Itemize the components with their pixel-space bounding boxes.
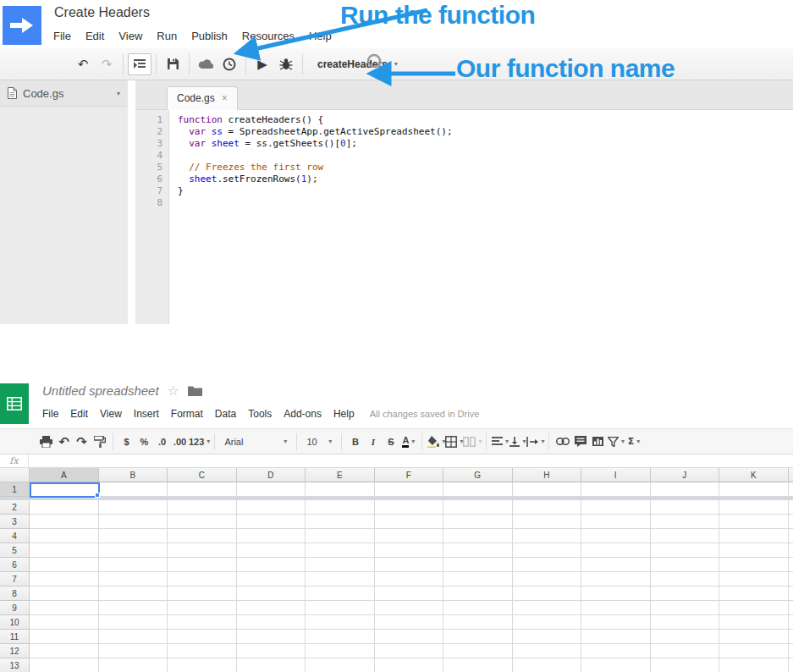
format-currency-button[interactable]: $ — [118, 432, 135, 451]
close-icon[interactable]: × — [222, 92, 228, 104]
more-formats-dropdown[interactable]: 123 ▾ — [189, 432, 210, 451]
increase-decimal-button[interactable]: .00 — [171, 432, 189, 451]
cell-e7[interactable] — [306, 572, 375, 587]
cell-h13[interactable] — [513, 658, 582, 672]
row-header-6[interactable]: 6 — [0, 558, 30, 572]
debug-bug-button[interactable] — [274, 53, 298, 75]
cell-partial[interactable] — [789, 558, 793, 572]
cell-i2[interactable] — [581, 500, 651, 515]
row-header-8[interactable]: 8 — [0, 587, 30, 601]
script-menu-help[interactable]: Help — [309, 30, 332, 42]
cell-j13[interactable] — [651, 658, 720, 672]
cell-a11[interactable] — [30, 630, 99, 644]
cell-a1[interactable] — [30, 482, 99, 497]
cell-h8[interactable] — [513, 587, 582, 601]
cell-g12[interactable] — [443, 644, 513, 658]
undo-button[interactable]: ↶ — [71, 53, 95, 75]
sheets-menu-format[interactable]: Format — [171, 408, 203, 420]
cell-g13[interactable] — [443, 658, 513, 672]
cell-partial[interactable] — [789, 630, 793, 644]
cell-d2[interactable] — [237, 500, 306, 515]
cell-g8[interactable] — [443, 587, 513, 601]
column-header-g[interactable]: G — [443, 468, 513, 482]
font-size-dropdown[interactable]: 10 ▾ — [301, 432, 337, 451]
cell-partial[interactable] — [789, 601, 793, 615]
fill-color-button[interactable]: ▾ — [427, 432, 445, 451]
cell-d1[interactable] — [237, 482, 306, 497]
code-line[interactable]: // Freezes the first row — [178, 162, 453, 174]
decrease-decimal-button[interactable]: .0 — [153, 432, 171, 451]
cell-f13[interactable] — [375, 658, 444, 672]
cell-j2[interactable] — [651, 500, 720, 515]
cell-e5[interactable] — [306, 543, 375, 558]
cell-j1[interactable] — [651, 482, 720, 497]
cell-j3[interactable] — [651, 515, 720, 529]
cell-h10[interactable] — [513, 615, 582, 630]
script-menu-view[interactable]: View — [118, 30, 142, 42]
cell-c2[interactable] — [168, 500, 237, 515]
row-header-13[interactable]: 13 — [0, 658, 30, 672]
script-menu-run[interactable]: Run — [157, 30, 177, 42]
cell-f2[interactable] — [375, 500, 444, 515]
cell-g5[interactable] — [443, 543, 513, 558]
cell-i1[interactable] — [581, 482, 651, 497]
cell-partial[interactable] — [789, 543, 793, 558]
sheets-menu-add-ons[interactable]: Add-ons — [284, 408, 322, 420]
cell-e3[interactable] — [306, 515, 375, 529]
select-all-corner[interactable] — [0, 468, 30, 482]
search-icon[interactable] — [366, 52, 386, 73]
cell-c13[interactable] — [168, 658, 237, 672]
cell-h4[interactable] — [513, 529, 582, 543]
cell-k4[interactable] — [719, 529, 789, 543]
column-header-f[interactable]: F — [375, 468, 444, 482]
cell-partial[interactable] — [789, 572, 793, 587]
cell-b10[interactable] — [99, 615, 168, 630]
horizontal-align-button[interactable]: ▾ — [491, 432, 509, 451]
code-text[interactable]: function createHeaders() { var ss = Spre… — [169, 110, 453, 324]
code-line[interactable]: var sheet = ss.getSheets()[0]; — [178, 138, 453, 150]
cell-g10[interactable] — [443, 615, 513, 630]
sheets-menu-insert[interactable]: Insert — [134, 408, 159, 420]
cell-f1[interactable] — [375, 482, 444, 497]
column-header-i[interactable]: I — [581, 468, 651, 482]
cell-b1[interactable] — [99, 482, 168, 497]
cell-e1[interactable] — [306, 482, 375, 497]
cell-b2[interactable] — [99, 500, 168, 515]
cell-partial[interactable] — [789, 615, 793, 630]
move-to-folder-icon[interactable] — [188, 385, 202, 396]
cell-h1[interactable] — [513, 482, 582, 497]
cell-k8[interactable] — [719, 587, 789, 601]
cell-f4[interactable] — [375, 529, 444, 543]
script-menu-publish[interactable]: Publish — [191, 30, 228, 42]
cell-k1[interactable] — [719, 482, 789, 497]
cell-j4[interactable] — [651, 529, 720, 543]
cell-k6[interactable] — [719, 558, 789, 572]
indent-button[interactable] — [128, 53, 151, 75]
row-header-10[interactable]: 10 — [0, 615, 30, 630]
paint-format-button[interactable] — [91, 432, 108, 451]
cell-c9[interactable] — [168, 601, 237, 615]
cell-d6[interactable] — [237, 558, 306, 572]
cell-i3[interactable] — [581, 515, 651, 529]
italic-button[interactable]: I — [364, 432, 382, 451]
cell-partial[interactable] — [789, 482, 793, 497]
cell-k11[interactable] — [719, 630, 789, 644]
cell-a4[interactable] — [30, 529, 99, 543]
cell-g7[interactable] — [443, 572, 513, 587]
cell-f12[interactable] — [375, 644, 444, 658]
cell-a2[interactable] — [30, 500, 99, 515]
column-header-c[interactable]: C — [168, 468, 237, 482]
cell-g4[interactable] — [443, 529, 513, 543]
cell-h2[interactable] — [513, 500, 582, 515]
row-header-4[interactable]: 4 — [0, 529, 30, 543]
filter-button[interactable]: ▾ — [607, 432, 625, 451]
cell-i12[interactable] — [581, 644, 651, 658]
code-area[interactable]: 12345678 function createHeaders() { var … — [135, 110, 793, 324]
cell-f5[interactable] — [375, 543, 444, 558]
cell-i10[interactable] — [581, 615, 651, 630]
cell-c6[interactable] — [168, 558, 237, 572]
cell-f3[interactable] — [375, 515, 444, 529]
column-header-b[interactable]: B — [99, 468, 168, 482]
cell-j10[interactable] — [651, 615, 720, 630]
cell-i8[interactable] — [581, 587, 651, 601]
